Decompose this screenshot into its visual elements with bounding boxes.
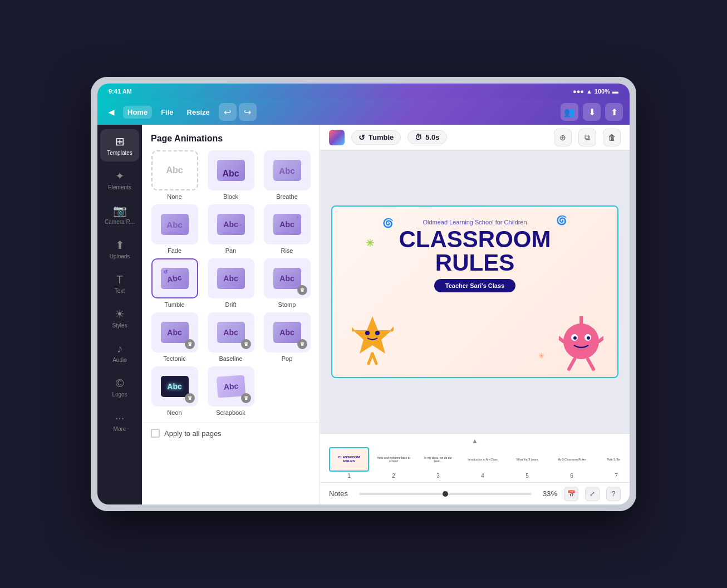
animation-item-none[interactable]: Abc None bbox=[149, 150, 200, 200]
file-button[interactable]: File bbox=[156, 106, 178, 119]
thumbnail-item-2[interactable]: Hello and welcome back to school! 2 bbox=[374, 447, 414, 479]
sidebar-templates-label: Templates bbox=[107, 150, 132, 156]
sidebar-logos-label: Logos bbox=[112, 391, 127, 398]
slide-canvas[interactable]: 🌀 🌀 ✳ ✳ bbox=[331, 205, 618, 378]
sidebar-item-templates[interactable]: ⊞ Templates bbox=[100, 129, 139, 161]
animation-item-rise[interactable]: Abc ↑ Rise bbox=[261, 204, 313, 254]
animation-label-rise: Rise bbox=[281, 247, 293, 254]
gradient-swatch[interactable] bbox=[329, 130, 345, 145]
thumbnail-item-3[interactable]: In my class, we do our best... 3 bbox=[418, 447, 458, 479]
animation-item-pop[interactable]: Abc ♛ Pop bbox=[261, 312, 313, 362]
notes-progress[interactable] bbox=[359, 493, 532, 495]
animation-label-block: Block bbox=[223, 193, 238, 200]
crown-badge-tectonic: ♛ bbox=[185, 339, 195, 349]
sidebar-elements-label: Elements bbox=[108, 184, 131, 190]
thumbnail-item-7[interactable]: Rule 1: Be re... 7 bbox=[596, 447, 621, 479]
svg-point-2 bbox=[375, 331, 380, 335]
sidebar-styles-label: Styles bbox=[112, 322, 127, 329]
animation-pill[interactable]: ↺ Tumble bbox=[351, 130, 401, 145]
animation-item-block[interactable]: Abc Block bbox=[205, 150, 257, 200]
uploads-icon: ⬆ bbox=[115, 238, 125, 252]
animation-preview-tectonic: Abc ♛ bbox=[151, 312, 198, 352]
notes-label: Notes bbox=[329, 489, 348, 498]
animation-preview-pan: Abc → bbox=[208, 204, 254, 244]
animation-preview-scrapbook: Abc ♛ bbox=[208, 366, 254, 406]
undo-button[interactable]: ↩ bbox=[219, 103, 237, 121]
add-page-button[interactable]: ⊕ bbox=[554, 129, 572, 146]
redo-button[interactable]: ↪ bbox=[239, 103, 257, 121]
status-bar: 9:41 AM ●●● ▲ 100% ▬ bbox=[97, 84, 630, 99]
resize-button[interactable]: Resize bbox=[183, 106, 214, 119]
thumbnail-item-4[interactable]: Introduction to My Class 4 bbox=[463, 447, 503, 479]
animation-label-pop: Pop bbox=[282, 355, 293, 362]
sidebar-item-elements[interactable]: ✦ Elements bbox=[100, 164, 139, 196]
svg-marker-0 bbox=[353, 316, 392, 354]
logos-icon: © bbox=[116, 377, 124, 390]
clock-icon: ⏱ bbox=[415, 133, 422, 141]
animation-preview-neon: Abc ♛ bbox=[151, 366, 198, 406]
animation-item-tumble[interactable]: Abc ↺ Tumble bbox=[149, 258, 200, 308]
svg-point-1 bbox=[365, 331, 370, 335]
animation-item-fade[interactable]: Abc Fade bbox=[149, 204, 200, 254]
thumbnail-preview-2: Hello and welcome back to school! bbox=[374, 447, 414, 472]
delete-page-button[interactable]: 🗑 bbox=[603, 129, 621, 146]
time-pill[interactable]: ⏱ 5.0s bbox=[407, 130, 446, 144]
calendar-icon-btn[interactable]: 📅 bbox=[564, 487, 578, 501]
svg-line-16 bbox=[588, 359, 593, 369]
animation-label-fade: Fade bbox=[168, 247, 181, 254]
thumbnail-item-6[interactable]: My 5 Classroom Rules 6 bbox=[552, 447, 592, 479]
slide-main-content: Oldmead Learning School for Children CLA… bbox=[377, 207, 573, 292]
notes-progress-dot bbox=[443, 491, 448, 497]
swirl-decoration-2: 🌀 bbox=[556, 215, 567, 226]
animations-grid: Abc None Abc Block bbox=[142, 150, 320, 423]
animation-item-scrapbook[interactable]: Abc ♛ Scrapbook bbox=[205, 366, 257, 416]
animation-preview-tumble: Abc ↺ bbox=[151, 258, 198, 298]
sidebar-item-text[interactable]: T Text bbox=[100, 267, 139, 300]
thumbnail-item-1[interactable]: CLASSROOMRULES 1 bbox=[329, 447, 369, 479]
animation-item-pan[interactable]: Abc → Pan bbox=[205, 204, 257, 254]
sidebar-item-camera[interactable]: 📷 Camera R... bbox=[100, 198, 139, 231]
zoom-percentage: 33% bbox=[543, 489, 557, 498]
duplicate-page-button[interactable]: ⧉ bbox=[578, 129, 596, 146]
camera-icon: 📷 bbox=[113, 204, 127, 217]
sidebar-item-uploads[interactable]: ⬆ Uploads bbox=[100, 233, 139, 265]
slide-school-name: Oldmead Learning School for Children bbox=[423, 219, 527, 226]
animation-label-pan: Pan bbox=[225, 247, 237, 254]
help-icon-btn[interactable]: ? bbox=[606, 487, 621, 501]
animation-item-baseline[interactable]: Abc ♛ Baseline bbox=[205, 312, 257, 362]
apply-all-row: Apply to all pages bbox=[142, 423, 320, 443]
animation-label-drift: Drift bbox=[225, 301, 236, 308]
thumbnail-number-5: 5 bbox=[525, 473, 529, 479]
share-people-button[interactable]: 👥 bbox=[561, 103, 578, 121]
sidebar-text-label: Text bbox=[115, 288, 125, 294]
animation-item-tectonic[interactable]: Abc ♛ Tectonic bbox=[149, 312, 200, 362]
animation-item-stomp[interactable]: Abc ♛ Stomp bbox=[261, 258, 313, 308]
back-button[interactable]: ◀ bbox=[104, 106, 119, 119]
download-button[interactable]: ⬇ bbox=[583, 103, 601, 121]
thumbnail-item-5[interactable]: What You'll Learn 5 bbox=[507, 447, 547, 479]
thumbnail-number-6: 6 bbox=[570, 473, 573, 479]
sidebar-audio-label: Audio bbox=[112, 357, 127, 363]
sidebar-more-label: More bbox=[114, 426, 126, 432]
time-pill-label: 5.0s bbox=[425, 133, 439, 141]
apply-all-checkbox[interactable] bbox=[151, 429, 160, 438]
animation-preview-drift: Abc bbox=[208, 258, 254, 298]
animation-item-breathe[interactable]: Abc Breathe bbox=[261, 150, 313, 200]
sidebar-item-more[interactable]: ··· More bbox=[100, 405, 139, 438]
expand-icon-btn[interactable]: ⤢ bbox=[585, 487, 600, 501]
wifi-icon: ▲ bbox=[586, 88, 592, 95]
asterisk-decoration-1: ✳ bbox=[366, 237, 374, 249]
export-button[interactable]: ⬆ bbox=[605, 103, 623, 121]
thumbnail-number-1: 1 bbox=[347, 473, 351, 479]
slide-subtitle[interactable]: Teacher Sari's Class bbox=[434, 279, 515, 292]
animation-item-neon[interactable]: Abc ♛ Neon bbox=[149, 366, 200, 416]
animation-item-drift[interactable]: Abc Drift bbox=[205, 258, 257, 308]
thumbnail-preview-4: Introduction to My Class bbox=[463, 447, 503, 472]
main-layout: ⊞ Templates ✦ Elements 📷 Camera R... ⬆ U… bbox=[97, 125, 630, 504]
sidebar-camera-label: Camera R... bbox=[105, 219, 135, 225]
sidebar-uploads-label: Uploads bbox=[110, 253, 130, 259]
sidebar-item-styles[interactable]: ☀ Styles bbox=[100, 302, 139, 334]
sidebar-item-audio[interactable]: ♪ Audio bbox=[100, 336, 139, 369]
home-button[interactable]: Home bbox=[123, 106, 152, 119]
sidebar-item-logos[interactable]: © Logos bbox=[100, 371, 139, 403]
